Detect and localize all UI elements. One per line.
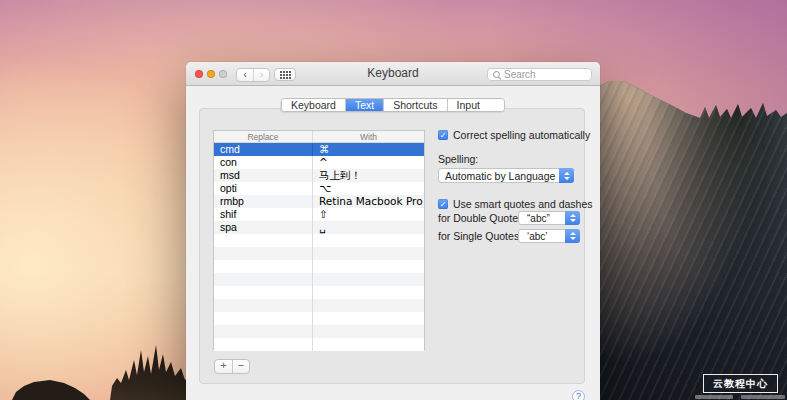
table-cell [312,299,424,312]
search-icon [493,71,501,79]
replacements-table: Replace With cmd⌘con^msd马上到！opti⌥rmbpRet… [213,130,425,350]
stepper-icon [559,168,574,183]
table-row[interactable] [214,247,424,260]
keyboard-preferences-window: ‹ › Keyboard Search Keyboard Text Shortc… [186,62,600,400]
table-cell: opti [214,182,312,195]
tab-bar: Keyboard Text Shortcuts Input Sources [281,98,505,112]
table-row[interactable]: msd马上到！ [214,169,424,182]
column-header-with: With [312,131,424,142]
table-cell: ⌥ [312,182,424,195]
table-cell [214,312,312,325]
table-row[interactable]: cmd⌘ [214,143,424,156]
table-cell [312,286,424,299]
table-row[interactable]: rmbpRetina Macbook Pro [214,195,424,208]
table-row[interactable]: opti⌥ [214,182,424,195]
add-button[interactable]: + [215,360,232,373]
table-cell [312,338,424,351]
correct-spelling-label: Correct spelling automatically [453,129,590,141]
table-cell [214,325,312,338]
table-cell [312,325,424,338]
tab-input-sources[interactable]: Input Sources [447,99,505,111]
table-row[interactable] [214,325,424,338]
double-quotes-value: “abc” [527,213,550,224]
search-input[interactable]: Search [487,68,592,81]
table-row[interactable] [214,234,424,247]
table-cell: ^ [312,156,424,169]
table-cell [214,299,312,312]
table-cell [214,260,312,273]
table-row[interactable] [214,260,424,273]
double-quotes-label: for Double Quotes [438,212,513,224]
screen: ‹ › Keyboard Search Keyboard Text Shortc… [0,0,787,400]
table-row[interactable] [214,299,424,312]
table-row[interactable] [214,312,424,325]
table-cell: ⌘ [312,143,424,156]
smart-quotes-checkbox[interactable]: ✓ [438,199,448,209]
search-placeholder: Search [504,69,536,80]
table-cell: cmd [214,143,312,156]
titlebar[interactable]: ‹ › Keyboard Search [186,62,600,86]
table-row[interactable]: con^ [214,156,424,169]
help-button[interactable]: ? [572,390,585,400]
remove-button[interactable]: − [232,360,249,373]
table-row[interactable]: spa␣ [214,221,424,234]
text-tab-panel: Replace With cmd⌘con^msd马上到！opti⌥rmbpRet… [199,108,585,384]
table-cell [214,234,312,247]
table-cell [312,312,424,325]
table-row[interactable]: shif⇧ [214,208,424,221]
single-quotes-label: for Single Quotes [438,230,513,242]
correct-spelling-checkbox[interactable]: ✓ [438,130,448,140]
add-remove-control: + − [214,359,250,374]
table-cell: msd [214,169,312,182]
table-row[interactable] [214,286,424,299]
table-header: Replace With [214,131,424,143]
tab-text[interactable]: Text [345,99,383,111]
stepper-icon [565,211,580,225]
table-cell [214,273,312,286]
smart-quotes-label: Use smart quotes and dashes [453,198,593,210]
table-cell [312,247,424,260]
table-body: cmd⌘con^msd马上到！opti⌥rmbpRetina Macbook P… [214,143,424,351]
single-quotes-value: ‘abc’ [527,231,548,242]
stepper-icon [565,229,580,243]
table-cell: Retina Macbook Pro [312,195,424,208]
table-cell [214,338,312,351]
spelling-dropdown-value: Automatic by Language [445,170,555,182]
spelling-label: Spelling: [438,153,478,165]
table-cell [214,286,312,299]
table-cell: spa [214,221,312,234]
table-cell: shif [214,208,312,221]
table-cell [312,234,424,247]
table-cell: con [214,156,312,169]
spelling-dropdown[interactable]: Automatic by Language [438,168,574,183]
table-row[interactable] [214,338,424,351]
tab-shortcuts[interactable]: Shortcuts [383,99,446,111]
tab-keyboard[interactable]: Keyboard [282,99,345,111]
table-cell: rmbp [214,195,312,208]
watermark-badge: 云教程中心 [703,374,778,393]
table-cell [312,260,424,273]
column-header-replace: Replace [214,131,312,142]
table-cell: ␣ [312,221,424,234]
table-cell [312,273,424,286]
table-cell: 马上到！ [312,169,424,182]
table-cell: ⇧ [312,208,424,221]
watermark-subtext [741,395,785,399]
table-cell [214,247,312,260]
table-row[interactable] [214,273,424,286]
watermark-subtext [695,395,733,399]
single-quotes-dropdown[interactable]: ‘abc’ [518,229,580,243]
double-quotes-dropdown[interactable]: “abc” [518,211,580,225]
